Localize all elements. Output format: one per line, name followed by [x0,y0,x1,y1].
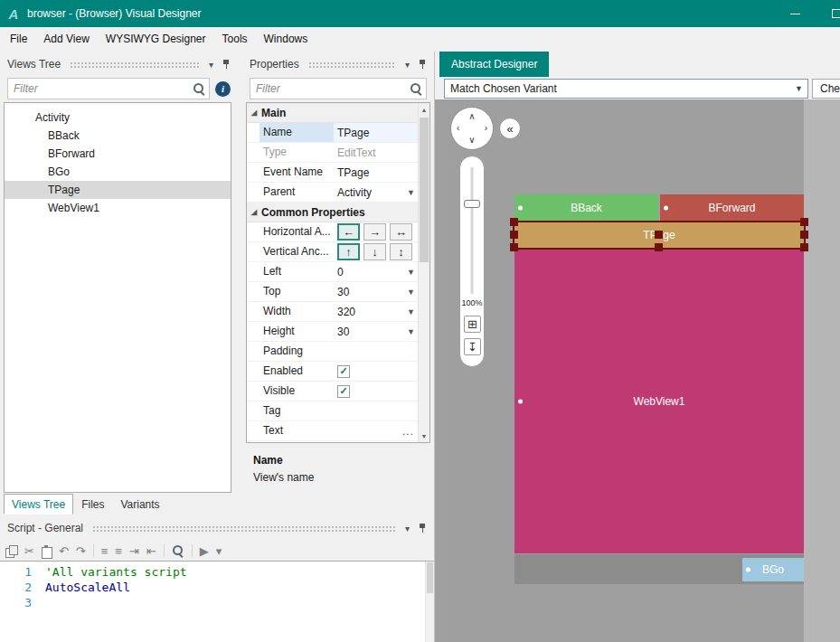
chevron-down-icon[interactable]: ▼ [407,188,415,197]
anchor-button[interactable]: ↑ [337,243,360,260]
properties-filter-input[interactable] [256,82,410,95]
tree-item-bforward[interactable]: BForward [5,145,231,163]
run-icon[interactable]: ▶ [200,545,209,557]
tree-item-activity[interactable]: Activity [5,109,231,127]
check-button[interactable]: Check [812,79,840,99]
property-value-vertical-anc[interactable]: ↑↓↕ [334,242,418,261]
pan-left-icon[interactable]: ‹ [457,124,459,133]
editor-scrollbar[interactable] [425,562,434,642]
ellipsis-button[interactable]: ... [402,425,414,438]
chevron-down-icon[interactable]: ▼ [407,268,415,277]
property-value-top[interactable]: 30▼ [334,282,418,301]
menu-wysiwyg-designer[interactable]: WYSIWYG Designer [98,27,214,52]
property-value-type[interactable]: EditText [334,143,418,162]
search-icon[interactable] [410,82,422,95]
property-value-visible[interactable]: ✓ [334,382,418,401]
property-value-tag[interactable] [334,401,418,420]
tree-item-bback[interactable]: BBack [5,127,231,145]
scroll-up-icon[interactable]: ▲ [419,103,429,116]
pan-down-icon[interactable]: ∨ [468,136,475,145]
panel-menu-icon[interactable]: ▾ [405,524,410,533]
property-value-left[interactable]: 0▼ [334,262,418,281]
more-icon[interactable]: ▾ [216,545,222,557]
menu-file[interactable]: File [2,27,35,52]
search-icon[interactable] [193,82,205,95]
selection-handle[interactable] [510,231,518,239]
tab-views-tree[interactable]: Views Tree [4,494,73,515]
maximize-button[interactable] [816,0,840,27]
scroll-down-icon[interactable]: ▼ [419,430,429,442]
menu-add-view[interactable]: Add View [35,27,97,52]
property-value-height[interactable]: 30▼ [334,322,418,341]
search-icon[interactable] [172,544,184,557]
property-value-event-name[interactable]: TPage [334,163,418,182]
anchor-button[interactable]: ↓ [363,243,386,260]
anchor-button[interactable]: ↔ [390,223,412,241]
pin-icon[interactable] [418,523,427,534]
undo-icon[interactable]: ↶ [59,545,69,557]
selection-handle[interactable] [800,231,808,239]
code-area[interactable]: 'All variants scriptAutoScaleAll [42,562,425,642]
property-value-enabled[interactable]: ✓ [334,362,418,381]
property-grid-scrollbar[interactable]: ▲ ▼ [418,103,429,442]
designer-view-bback[interactable]: BBack [514,194,658,221]
designer-canvas[interactable]: ∧ ∨ ‹ › « 100% ⊞ ↧ BBack BForward WebVie… [435,99,840,642]
tab-variants[interactable]: Variants [112,494,167,515]
tab-abstract-designer[interactable]: Abstract Designer [439,52,549,77]
pin-icon[interactable] [418,59,427,71]
panel-menu-icon[interactable]: ▾ [209,60,213,70]
chevron-down-icon[interactable]: ▼ [407,288,415,297]
tab-files[interactable]: Files [73,494,112,515]
indent-icon[interactable]: ⇥ [129,545,139,557]
property-section-main[interactable]: ◢Main [247,103,418,123]
designer-view-tpage[interactable]: TPage [514,222,804,248]
uncomment-icon[interactable]: ≡ [115,545,122,557]
selection-handle[interactable] [655,243,663,251]
redo-icon[interactable]: ↷ [76,545,86,557]
menu-tools[interactable]: Tools [214,27,256,52]
selection-handle[interactable] [655,231,663,239]
script-editor[interactable]: 123 'All variants scriptAutoScaleAll [0,561,434,642]
property-value-parent[interactable]: Activity▼ [334,183,418,202]
chevron-down-icon[interactable]: ▼ [407,307,415,316]
views-filter-input[interactable] [14,82,193,95]
collapse-icon[interactable]: ◢ [247,208,261,216]
zoom-slider-track[interactable] [471,167,474,294]
selection-handle[interactable] [800,243,808,251]
property-value-width[interactable]: 320▼ [334,302,418,321]
paste-icon[interactable] [42,545,52,557]
menu-windows[interactable]: Windows [256,27,316,52]
load-layout-button[interactable]: ↧ [464,338,481,355]
property-value-horizontal-a[interactable]: ←→↔ [334,222,418,241]
selection-handle[interactable] [510,243,518,251]
selection-handle[interactable] [800,218,808,226]
selection-handle[interactable] [510,218,518,226]
designer-view-webview1[interactable]: WebView1 [514,250,804,553]
variant-dropdown[interactable]: Match Chosen Variant ▼ [444,79,808,99]
comment-icon[interactable]: ≡ [101,545,109,557]
info-icon[interactable]: i [215,81,231,97]
tree-item-tpage[interactable]: TPage [5,181,231,199]
collapse-icon[interactable]: ◢ [247,109,261,117]
property-section-common-properties[interactable]: ◢Common Properties [247,203,418,222]
copy-icon[interactable] [5,545,17,557]
outdent-icon[interactable]: ⇤ [146,545,156,557]
pin-icon[interactable] [222,59,231,71]
minimize-button[interactable] [775,0,816,27]
tree-item-webview1[interactable]: WebView1 [5,199,231,217]
pan-control[interactable]: ∧ ∨ ‹ › [450,107,494,150]
scrollbar-thumb[interactable] [420,118,429,262]
anchor-button[interactable]: → [363,223,386,241]
anchor-button[interactable]: ↕ [390,243,412,260]
scrollbar-thumb[interactable] [427,562,433,593]
designer-view-bforward[interactable]: BForward [660,194,804,221]
pan-up-icon[interactable]: ∧ [468,112,475,121]
property-value-padding[interactable] [334,342,418,361]
chevron-down-icon[interactable]: ▼ [407,327,415,336]
collapse-panel-button[interactable]: « [499,118,521,139]
checkbox[interactable]: ✓ [337,365,350,378]
zoom-slider-thumb[interactable] [464,200,480,208]
property-value-name[interactable]: TPage [334,123,418,142]
panel-menu-icon[interactable]: ▾ [405,60,410,70]
checkbox[interactable]: ✓ [337,385,350,398]
